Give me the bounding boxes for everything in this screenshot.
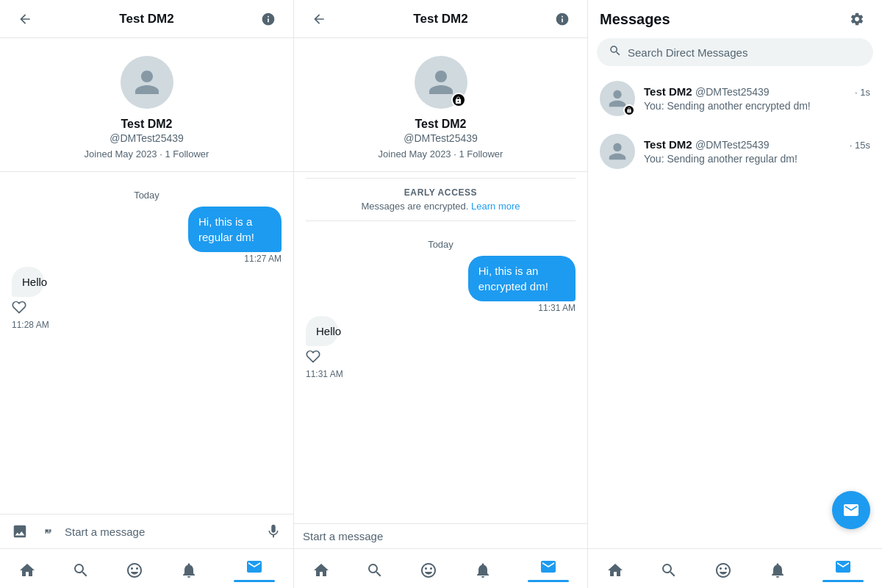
dm-info-2: Test DM2 @DMTest25439 · 15s You: Sending… — [644, 138, 870, 165]
left-nav-messages[interactable] — [228, 555, 281, 585]
dm-name-row-1: Test DM2 @DMTest25439 · 1s — [644, 85, 870, 98]
middle-date-divider: Today — [306, 227, 576, 256]
dm-name-2: Test DM2 — [644, 138, 692, 151]
left-sent-group: Hi, this is a regular dm! 11:27 AM — [148, 207, 282, 264]
middle-lock-badge — [451, 93, 466, 107]
left-image-button[interactable] — [9, 520, 31, 542]
right-bottom-nav — [588, 548, 882, 588]
dm-lock-badge-1 — [623, 104, 635, 116]
right-nav-search[interactable] — [654, 559, 684, 582]
middle-sent-time: 11:31 AM — [538, 303, 576, 313]
search-icon — [609, 44, 622, 60]
left-avatar-wrapper — [121, 56, 173, 109]
middle-back-button[interactable] — [306, 6, 332, 32]
search-input[interactable] — [628, 46, 861, 59]
left-received-time: 11:28 AM — [12, 320, 49, 330]
middle-nav-notifications[interactable] — [468, 559, 498, 582]
middle-avatar-wrapper — [415, 56, 467, 109]
left-nav-notifications[interactable] — [174, 559, 204, 582]
left-message-input[interactable] — [65, 526, 257, 538]
middle-profile-name: Test DM2 — [415, 118, 467, 131]
middle-received-group: Hello 11:31 AM — [306, 316, 351, 379]
middle-nav-active-indicator — [528, 580, 569, 582]
dm-time-1: · 1s — [855, 87, 870, 98]
middle-dm-panel: Test DM2 Test DM2 @DMTest25439 Joined Ma… — [294, 0, 588, 588]
compose-button[interactable] — [832, 491, 870, 529]
left-received-bubble: Hello — [12, 267, 44, 297]
left-sent-time: 11:27 AM — [244, 254, 282, 264]
left-profile-meta: Joined May 2023 · 1 Follower — [85, 148, 209, 159]
left-messages-area: Today Hi, this is a regular dm! 11:27 AM… — [0, 172, 293, 514]
left-message-sent-row: Hi, this is a regular dm! 11:27 AM — [12, 207, 282, 264]
middle-nav-search[interactable] — [360, 559, 390, 582]
dm-item-1[interactable]: Test DM2 @DMTest25439 · 1s You: Sending … — [588, 72, 882, 125]
dm-avatar-2 — [600, 134, 635, 169]
right-nav-notifications[interactable] — [763, 559, 792, 582]
dm-avatar-1 — [600, 81, 635, 116]
dm-item-2[interactable]: Test DM2 @DMTest25439 · 15s You: Sending… — [588, 125, 882, 178]
left-nav-home[interactable] — [12, 559, 42, 582]
middle-message-sent-row: Hi, this is an encrypted dm! 11:31 AM — [306, 256, 576, 313]
early-access-description: Messages are encrypted. — [361, 201, 468, 212]
middle-profile-section: Test DM2 @DMTest25439 Joined May 2023 · … — [294, 38, 587, 172]
middle-message-received-row: Hello 11:31 AM — [306, 316, 576, 379]
right-messages-panel: Messages Test DM2 — [588, 0, 882, 588]
middle-bottom-nav — [294, 548, 587, 588]
dm-preview-2: You: Sending another regular dm! — [644, 153, 870, 165]
middle-profile-meta: Joined May 2023 · 1 Follower — [379, 148, 503, 159]
dm-list: Test DM2 @DMTest25439 · 1s You: Sending … — [588, 72, 882, 548]
dm-handle-1: @DMTest25439 — [695, 86, 770, 98]
dm-name-row-2: Test DM2 @DMTest25439 · 15s — [644, 138, 870, 151]
left-back-button[interactable] — [12, 6, 38, 32]
early-access-notice: EARLY ACCESS Messages are encrypted. Lea… — [306, 178, 576, 221]
left-info-button[interactable] — [255, 6, 282, 32]
right-panel-title: Messages — [600, 11, 670, 28]
dm-name-1: Test DM2 — [644, 85, 692, 98]
middle-input-area — [294, 523, 587, 548]
left-panel-header: Test DM2 — [0, 0, 293, 38]
dm-preview-1: You: Sending another encrypted dm! — [644, 100, 870, 112]
left-nav-emoji[interactable] — [120, 559, 149, 582]
left-date-divider: Today — [12, 178, 282, 207]
middle-message-input[interactable] — [303, 530, 578, 542]
right-nav-home[interactable] — [600, 559, 630, 582]
middle-panel-title: Test DM2 — [332, 12, 549, 26]
middle-reaction-icon[interactable] — [306, 349, 320, 368]
early-access-learn-more-link[interactable]: Learn more — [471, 201, 520, 212]
right-nav-messages[interactable] — [817, 555, 870, 585]
left-panel-title: Test DM2 — [38, 12, 255, 26]
left-bottom-nav — [0, 548, 293, 588]
middle-profile-handle: @DMTest25439 — [404, 132, 478, 144]
right-nav-active-indicator — [822, 580, 864, 582]
left-profile-name: Test DM2 — [121, 118, 173, 131]
middle-nav-emoji[interactable] — [414, 559, 443, 582]
middle-received-time: 11:31 AM — [306, 369, 343, 379]
left-message-received-row: Hello 11:28 AM — [12, 267, 282, 330]
left-received-group: Hello 11:28 AM — [12, 267, 57, 330]
right-panel-header: Messages — [588, 0, 882, 38]
left-input-area — [0, 514, 293, 548]
dm-info-1: Test DM2 @DMTest25439 · 1s You: Sending … — [644, 85, 870, 112]
left-sent-bubble: Hi, this is a regular dm! — [188, 207, 282, 252]
dm-handle-2: @DMTest25439 — [695, 139, 770, 151]
left-profile-section: Test DM2 @DMTest25439 Joined May 2023 · … — [0, 38, 293, 172]
middle-nav-home[interactable] — [306, 559, 336, 582]
left-nav-search[interactable] — [66, 559, 96, 582]
left-gif-button[interactable] — [37, 520, 59, 542]
middle-info-button[interactable] — [549, 6, 576, 32]
dm-avatar-circle-2 — [600, 134, 635, 169]
left-profile-handle: @DMTest25439 — [110, 132, 184, 144]
middle-sent-bubble: Hi, this is an encrypted dm! — [468, 256, 576, 301]
middle-received-bubble: Hello — [306, 316, 338, 346]
left-dm-panel: Test DM2 Test DM2 @DMTest25439 Joined Ma… — [0, 0, 294, 588]
right-nav-emoji[interactable] — [709, 559, 738, 582]
left-reaction-icon[interactable] — [12, 300, 26, 318]
early-access-title: EARLY ACCESS — [318, 187, 564, 198]
early-access-text: Messages are encrypted. Learn more — [318, 201, 564, 212]
middle-nav-messages[interactable] — [522, 555, 575, 585]
left-nav-active-indicator — [234, 580, 275, 582]
dm-time-2: · 15s — [850, 140, 870, 151]
left-avatar — [121, 56, 173, 109]
right-settings-button[interactable] — [844, 6, 870, 32]
left-voice-button[interactable] — [262, 520, 284, 542]
